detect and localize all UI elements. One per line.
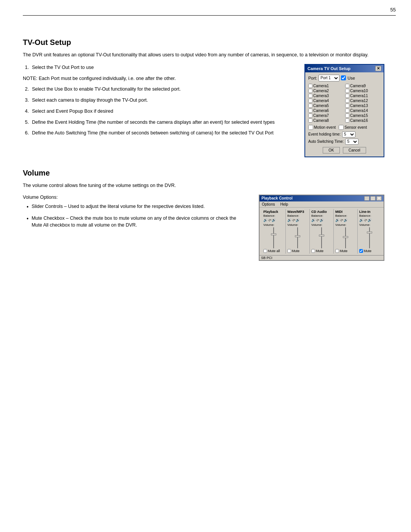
camera2-checkbox[interactable] (308, 89, 312, 93)
event-holding-select[interactable]: 5 10 15 (342, 131, 355, 137)
camera-item: Camera9 (345, 84, 381, 88)
camera4-checkbox[interactable] (308, 99, 312, 103)
tv-out-setup-title: TV-Out Setup (23, 38, 388, 47)
linein-mute-checkbox[interactable] (359, 249, 363, 253)
camera9-checkbox[interactable] (345, 84, 349, 88)
playback-menu: Options Help (260, 201, 384, 208)
dialog-title: Camera TV Out Setup (307, 66, 350, 71)
port-select[interactable]: Port 1 Port 2 (319, 75, 339, 81)
camera7-checkbox[interactable] (308, 113, 312, 118)
camera-item: Camera2 (308, 89, 344, 93)
volume-intro: The volume control allows fine tuning of… (23, 182, 388, 189)
dialog-titlebar: Camera TV Out Setup ✕ (305, 65, 384, 72)
camera-item: Camera7 (308, 113, 344, 118)
camera12-checkbox[interactable] (345, 99, 349, 103)
volume-bullets: Slider Controls – Used to adjust the lit… (23, 203, 247, 229)
channel-playback: Playback Balance: 🔊 -|+ 🔊 Volume: (262, 209, 286, 254)
camera-item: Camera12 (345, 99, 381, 103)
camera-item: Camera13 (345, 104, 381, 108)
dialog-buttons: OK Cancel (308, 147, 381, 153)
camera-item: Camera11 (345, 94, 381, 98)
channel-linein: Line-In Balance: 🔊 -|+ 🔊 Volume: (358, 209, 381, 254)
use-label: Use (347, 76, 355, 80)
mute-all-checkbox[interactable] (263, 249, 267, 253)
window-buttons: _ □ ✕ (364, 196, 382, 201)
camera15-checkbox[interactable] (345, 113, 349, 118)
camera-item: Camera3 (308, 94, 344, 98)
motion-event-label: Motion event (314, 125, 336, 129)
events-row: Motion event Sensor event (308, 125, 381, 130)
list-item: Slider Controls – Used to adjust the lit… (23, 203, 247, 211)
channel-midi: MIDI Balance: 🔊 -|+ 🔊 Volume: (334, 209, 358, 254)
camera-item: Camera6 (308, 109, 344, 113)
playback-title: Playback Control (261, 196, 293, 200)
port-row: Port: Port 1 Port 2 Use (308, 75, 381, 81)
list-item: 6. Define the Auto Switching Time (the n… (23, 129, 293, 137)
tv-out-intro: The DVR unit features an optional TV-Out… (23, 51, 388, 59)
channel-wave: Wave/MP3 Balance: 🔊 -|+ 🔊 Volume: (286, 209, 310, 254)
camera10-checkbox[interactable] (345, 89, 349, 93)
motion-event-checkbox[interactable] (308, 125, 313, 130)
list-item: 3. Select each camera to display through… (23, 97, 293, 104)
menu-options[interactable]: Options (262, 202, 275, 206)
camera14-checkbox[interactable] (345, 109, 349, 113)
camera-tv-out-dialog: Camera TV Out Setup ✕ Port: Port 1 Port … (304, 64, 384, 157)
playback-body: Playback Balance: 🔊 -|+ 🔊 Volume: (260, 208, 384, 255)
auto-switching-row: Auto Switching Time: 5 10 15 (308, 139, 381, 145)
playback-control-dialog: Playback Control _ □ ✕ Options Help (259, 195, 384, 261)
cancel-button[interactable]: Cancel (343, 147, 366, 153)
volume-options-label: Volume Options: (23, 195, 247, 200)
top-border (23, 15, 396, 16)
port-label: Port: (308, 76, 317, 80)
close-button[interactable]: ✕ (376, 196, 382, 201)
camera-item: Camera16 (345, 118, 381, 123)
dialog-close-button[interactable]: ✕ (375, 66, 381, 71)
list-item: Mute Checkbox – Check the mute box to mu… (23, 215, 247, 229)
camera13-checkbox[interactable] (345, 104, 349, 108)
menu-help[interactable]: Help (280, 202, 288, 206)
camera-item: Camera1 (308, 84, 344, 88)
camera8-checkbox[interactable] (308, 118, 312, 123)
camera-item: Camera10 (345, 89, 381, 93)
minimize-button[interactable]: _ (364, 196, 370, 201)
cameras-grid: Camera1 Camera9 Camera2 Camera10 (308, 84, 381, 123)
playback-statusbar: SB PCI (260, 255, 384, 260)
cd-mute-checkbox[interactable] (311, 249, 315, 253)
camera3-checkbox[interactable] (308, 94, 312, 98)
channel-cd: CD Audio Balance: 🔊 -|+ 🔊 Volume: (310, 209, 334, 254)
page-number: 55 (390, 7, 396, 13)
camera5-checkbox[interactable] (308, 104, 312, 108)
sensor-event-label: Sensor event (344, 125, 367, 129)
sensor-event-checkbox[interactable] (339, 125, 344, 130)
list-item: 1. Select the TV Out Port to use (23, 64, 293, 71)
camera-item: Camera5 (308, 104, 344, 108)
camera6-checkbox[interactable] (308, 109, 312, 113)
volume-section: Volume The volume control allows fine tu… (23, 169, 388, 261)
camera-item: Camera14 (345, 109, 381, 113)
event-holding-label: Event holding time: (308, 132, 341, 136)
camera-item: Camera15 (345, 113, 381, 118)
volume-title: Volume (23, 169, 388, 177)
list-item: 2. Select the Use Box to enable TV-Out f… (23, 86, 293, 93)
playback-titlebar: Playback Control _ □ ✕ (260, 195, 384, 201)
maximize-button[interactable]: □ (370, 196, 376, 201)
camera-item: Camera4 (308, 99, 344, 103)
use-checkbox[interactable] (341, 75, 346, 80)
wave-mute-checkbox[interactable] (287, 249, 291, 253)
channels-row: Playback Balance: 🔊 -|+ 🔊 Volume: (262, 209, 381, 254)
event-holding-row: Event holding time: 5 10 15 (308, 131, 381, 137)
list-item: 4. Select and Event Popup Box if desired (23, 108, 293, 115)
camera11-checkbox[interactable] (345, 94, 349, 98)
midi-mute-checkbox[interactable] (335, 249, 339, 253)
ok-button[interactable]: OK (323, 147, 339, 153)
auto-switching-label: Auto Switching Time: (308, 139, 344, 144)
camera16-checkbox[interactable] (345, 118, 349, 123)
list-item: 5. Define the Event Holding Time (the nu… (23, 119, 293, 126)
camera1-checkbox[interactable] (308, 84, 312, 88)
camera-item: Camera8 (308, 118, 344, 123)
tv-out-note: NOTE: Each Port must be configured indiv… (23, 75, 293, 82)
auto-switching-select[interactable]: 5 10 15 (345, 139, 358, 145)
